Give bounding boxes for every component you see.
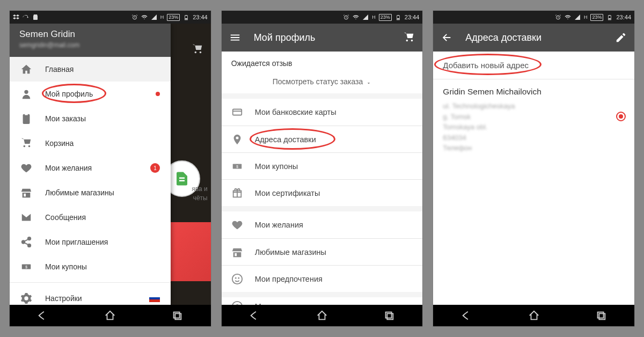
page-title: Мой профиль (254, 32, 316, 43)
cart-icon[interactable] (403, 32, 415, 43)
drawer-item-messages[interactable]: Сообщения (10, 205, 171, 230)
drawer-item-profile[interactable]: Мой профиль (10, 82, 171, 106)
flag-russia-icon (149, 295, 160, 302)
edit-icon[interactable] (615, 32, 627, 43)
net-type: H (372, 14, 376, 20)
sync-icon (23, 14, 29, 20)
drawer-item-wishlist[interactable]: Мои желания 1 (10, 156, 171, 180)
clock-text: 23:44 (616, 14, 631, 20)
address-recipient-name: Gridin Semen Michailovich (443, 87, 625, 97)
gift-icon (231, 187, 243, 199)
wishlist-badge: 1 (150, 163, 160, 173)
share-icon (20, 236, 32, 248)
row-bank-cards[interactable]: Мои банковские карты (222, 99, 423, 126)
drawer-item-invites[interactable]: Мои приглашения (10, 230, 171, 254)
row-delivery-addresses[interactable]: Адреса доставки (222, 126, 423, 152)
row-coupons[interactable]: $ Мои купоны (222, 152, 423, 179)
svg-text:$: $ (25, 265, 27, 269)
drawer-item-coupons[interactable]: $ Мои купоны (10, 254, 171, 279)
status-bar: H 23% 23:44 (433, 11, 634, 24)
signal-icon (574, 14, 581, 20)
drawer-item-label: Мои приглашения (45, 238, 108, 246)
drawer-item-label: Мои желания (45, 164, 92, 172)
svg-point-5 (28, 237, 31, 240)
profile-section-personal: Мои желания Любимые магазины Мои предпоч… (222, 211, 423, 292)
drawer-user-email: semgridin@mail.com (19, 41, 161, 49)
drawer-item-home[interactable]: Главная (10, 57, 171, 82)
nav-home-button[interactable] (518, 310, 550, 321)
address-card[interactable]: Gridin Semen Michailovich ul. Technologi… (433, 79, 634, 161)
drawer-item-stores[interactable]: Любимые магазины (10, 180, 171, 205)
drawer-item-label: Любимые магазины (45, 188, 114, 197)
net-type: H (160, 14, 164, 20)
svg-rect-11 (175, 313, 181, 319)
order-status-label: Посмотреть статус заказа (273, 77, 363, 86)
drawer-item-label: Корзина (45, 139, 74, 148)
status-bar: H 23% 23:44 (10, 11, 211, 24)
back-arrow-icon[interactable] (441, 32, 452, 43)
nav-recents-button[interactable] (161, 310, 193, 321)
home-icon (20, 63, 32, 75)
svg-rect-32 (599, 313, 605, 319)
help-icon: ? (231, 301, 243, 305)
battery-icon (183, 14, 189, 20)
wifi-icon (353, 14, 359, 20)
content-area: ява ичёты ей Semen Gridin semgridin@mail… (10, 24, 211, 305)
battery-percent: 23% (590, 14, 603, 21)
row-fav-stores[interactable]: Любимые магазины (222, 238, 423, 265)
wifi-icon (141, 14, 148, 20)
chevron-down-icon (366, 79, 371, 84)
svg-rect-26 (387, 313, 393, 319)
phone-screen-1: H 23% 23:44 ява ичёты ей Semen Gridin se… (10, 11, 211, 326)
nav-home-button[interactable] (94, 310, 126, 321)
drawer-item-settings[interactable]: Настройки (10, 286, 171, 305)
cart-icon[interactable] (192, 43, 203, 57)
alarm-icon (555, 14, 561, 20)
gear-icon (20, 292, 32, 304)
store-icon (231, 246, 243, 258)
row-label: Мои вопросы и ответы (255, 302, 336, 305)
alarm-icon (131, 14, 138, 20)
drawer-item-cart[interactable]: Корзина (10, 131, 171, 156)
order-status-link[interactable]: Посмотреть статус заказа (222, 72, 423, 93)
net-type: H (584, 14, 588, 20)
row-label: Мои сертификаты (255, 189, 320, 197)
clipboard-icon (20, 113, 32, 124)
coupon-icon: $ (231, 160, 243, 172)
row-label: Любимые магазины (255, 248, 326, 257)
row-label: Мои купоны (255, 162, 298, 171)
selected-address-radio[interactable] (616, 112, 626, 121)
dropbox-icon (13, 14, 19, 20)
nav-home-button[interactable] (306, 310, 338, 321)
drawer-header: Semen Gridin semgridin@mail.com (10, 24, 171, 57)
nav-back-button[interactable] (451, 310, 483, 321)
menu-icon[interactable] (229, 32, 241, 43)
cart-icon (20, 137, 32, 149)
content-area: Добавить новый адрес Gridin Semen Michai… (433, 52, 634, 305)
svg-rect-31 (597, 312, 603, 318)
store-icon (20, 187, 32, 199)
content-area: Ожидается отзыв Посмотреть статус заказа… (222, 52, 423, 305)
clock-text: 23:44 (405, 14, 420, 20)
row-preferences[interactable]: Мои предпочтения (222, 265, 423, 292)
phone-screen-3: H 23% 23:44 Адреса доставки Добавить нов… (433, 11, 634, 326)
row-wishlist[interactable]: Мои желания (222, 211, 423, 238)
svg-rect-30 (609, 18, 611, 19)
row-qa[interactable]: ? Мои вопросы и ответы (222, 297, 423, 305)
row-label: Мои желания (255, 221, 303, 229)
smiley-icon (231, 273, 243, 285)
phone-screen-2: H 23% 23:44 Мой профиль Ожидается отзыв … (222, 11, 423, 326)
svg-rect-25 (385, 312, 391, 318)
nav-back-button[interactable] (239, 310, 271, 321)
drawer-user-name: Semen Gridin (19, 29, 161, 40)
heart-icon (231, 219, 243, 231)
row-certificates[interactable]: Мои сертификаты (222, 179, 423, 206)
nav-recents-button[interactable] (373, 310, 405, 321)
nav-drawer: Semen Gridin semgridin@mail.com Главная … (10, 24, 171, 305)
drawer-item-orders[interactable]: Мои заказы (10, 106, 171, 131)
svg-point-20 (232, 274, 242, 283)
nav-back-button[interactable] (27, 310, 59, 321)
add-new-address-label: Добавить новый адрес (443, 61, 529, 70)
nav-recents-button[interactable] (585, 310, 617, 321)
add-new-address-button[interactable]: Добавить новый адрес (433, 52, 634, 79)
